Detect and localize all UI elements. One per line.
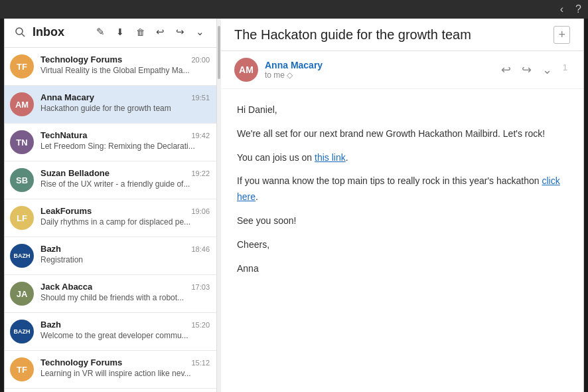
svg-line-1 — [22, 34, 25, 37]
email-subject: Rise of the UX writer - a friendly guide… — [40, 179, 210, 189]
email-top-row: Suzan Belladone19:22 — [40, 168, 210, 178]
more-action-button[interactable]: ⌄ — [540, 61, 555, 78]
email-list-item[interactable]: TFTechnology Forums20:00Virtual Reality … — [5, 48, 216, 86]
email-time: 19:22 — [191, 169, 210, 177]
sender-avatar: AM — [234, 58, 258, 82]
email-content: LeakForums19:06Daily rhythms in a camp f… — [40, 206, 210, 227]
email-sender: Anna Macary — [40, 92, 94, 102]
reply-action-button[interactable]: ↩ — [498, 61, 514, 78]
avatar: TF — [10, 54, 34, 78]
avatar: SB — [10, 168, 34, 192]
see-you-soon: See you soon! — [237, 213, 567, 229]
avatar: LF — [10, 206, 34, 230]
body-line-2: You can jois us on this link. — [237, 150, 567, 166]
email-subject: Daily rhythms in a camp for displaced pe… — [40, 217, 210, 227]
forward-button[interactable]: ↪ — [171, 23, 188, 41]
email-list-item[interactable]: AMAnna Macary19:51Hackathon guide for th… — [5, 86, 216, 124]
search-icon[interactable] — [13, 25, 27, 39]
email-list-item[interactable]: SBSuzan Belladone19:22Rise of the UX wri… — [5, 161, 216, 199]
signature: Anna — [237, 261, 567, 277]
this-link[interactable]: this link — [315, 152, 346, 163]
email-time: 19:06 — [191, 207, 210, 215]
email-top-row: TechNatura19:42 — [40, 130, 210, 140]
avatar: JA — [10, 282, 34, 306]
email-subject: Welcome to the great developer commu... — [40, 331, 210, 340]
email-sender: TechNatura — [40, 130, 88, 140]
email-content: Jack Abacca17:03Should my child be frien… — [40, 282, 210, 302]
email-content: Technology Forums20:00Virtual Reality is… — [40, 54, 210, 75]
download-button[interactable]: ⬇ — [111, 23, 129, 41]
email-list-item[interactable]: LFLeakForums19:06Daily rhythms in a camp… — [5, 199, 216, 237]
email-content: Bazh15:20Welcome to the great developer … — [40, 320, 210, 340]
email-content: TechNatura19:42Let Freedom Sing: Remixin… — [40, 130, 210, 151]
email-list-item[interactable]: TNTechNatura19:42Let Freedom Sing: Remix… — [5, 124, 216, 161]
email-time: 17:03 — [191, 283, 210, 291]
email-body: Hi Daniel, We're all set for our next br… — [221, 89, 583, 392]
nav-help-button[interactable]: ? — [575, 3, 581, 15]
more-button[interactable]: ⌄ — [191, 23, 208, 41]
email-top-row: Technology Forums20:00 — [40, 54, 210, 64]
nav-back-button[interactable]: ‹ — [560, 3, 563, 15]
toolbar-icons: ✎ ⬇ 🗑 ↩ ↪ ⌄ — [92, 23, 208, 41]
inbox-title: Inbox — [33, 25, 86, 39]
body-line-1: We're all set for our next brand new Gro… — [237, 126, 567, 142]
email-view-title: The Hackaton guide for the growth team — [234, 27, 547, 43]
email-top-row: Anna Macary19:51 — [40, 92, 210, 102]
reply-button[interactable]: ↩ — [151, 23, 169, 41]
email-content: Suzan Belladone19:22Rise of the UX write… — [40, 168, 210, 189]
email-subject: Let Freedom Sing: Remixing the Declarati… — [40, 142, 210, 151]
sender-info: Anna Macary to me ◇ — [265, 60, 492, 80]
left-panel: Inbox ✎ ⬇ 🗑 ↩ ↪ ⌄ TFTechnology Forums20:… — [5, 17, 217, 392]
email-sender: Technology Forums — [40, 54, 122, 64]
email-list-item[interactable]: JAJack Abacca17:03Should my child be fri… — [5, 275, 216, 313]
email-sender: Suzan Belladone — [40, 168, 110, 178]
email-top-row: Technology Forums15:12 — [40, 357, 210, 367]
delete-button[interactable]: 🗑 — [131, 23, 149, 41]
email-sender: Bazh — [40, 244, 61, 254]
email-time: 19:42 — [191, 132, 210, 140]
greeting: Hi Daniel, — [237, 102, 567, 118]
email-sender: LeakForums — [40, 206, 92, 216]
email-content: Bazh18:46Registration — [40, 244, 210, 264]
email-subject: Learning in VR will inspire action like … — [40, 369, 210, 378]
email-sender: Technology Forums — [40, 357, 122, 367]
email-subject: Should my child be friends with a robot.… — [40, 293, 210, 302]
sender-to: to me ◇ — [265, 70, 492, 80]
click-here-link[interactable]: click here — [237, 175, 560, 202]
avatar: TN — [10, 130, 34, 154]
email-subject: Virtual Reality is the Global Empathy Ma… — [40, 66, 210, 75]
avatar: AM — [10, 92, 34, 116]
email-subject: Hackathon guide for the growth team — [40, 104, 210, 113]
email-meta-bar: AM Anna Macary to me ◇ ↩ ↪ ⌄ 1 — [221, 51, 583, 89]
inbox-header: Inbox ✎ ⬇ 🗑 ↩ ↪ ⌄ — [5, 17, 216, 48]
email-list-item[interactable]: TFTechnology Forums15:12Learning in VR w… — [5, 351, 216, 389]
email-top-row: Bazh18:46 — [40, 244, 210, 254]
sender-name: Anna Macary — [265, 60, 492, 70]
email-content: Technology Forums15:12Learning in VR wil… — [40, 357, 210, 378]
email-list-item[interactable]: BAZHBazh15:20Welcome to the great develo… — [5, 313, 216, 351]
email-time: 20:00 — [191, 56, 210, 64]
actions-extra-button[interactable]: 1 — [560, 61, 570, 78]
right-panel: The Hackaton guide for the growth team +… — [221, 17, 583, 392]
email-actions: ↩ ↪ ⌄ 1 — [498, 61, 570, 78]
email-content: Anna Macary19:51Hackathon guide for the … — [40, 92, 210, 113]
body-line-3: If you wanna know the top main tips to r… — [237, 173, 567, 205]
avatar: BAZH — [10, 320, 34, 343]
avatar: TF — [10, 357, 34, 381]
compose-button[interactable]: ✎ — [92, 23, 109, 41]
email-top-row: LeakForums19:06 — [40, 206, 210, 216]
email-list-item[interactable]: BAZHBazh18:46Registration — [5, 237, 216, 275]
email-time: 15:20 — [191, 321, 210, 329]
svg-point-0 — [16, 28, 23, 35]
add-tab-button[interactable]: + — [553, 26, 570, 44]
email-time: 15:12 — [191, 359, 210, 367]
email-top-row: Jack Abacca17:03 — [40, 282, 210, 292]
forward-action-button[interactable]: ↪ — [519, 61, 534, 78]
email-subject: Registration — [40, 255, 210, 264]
email-view-header: The Hackaton guide for the growth team + — [221, 17, 583, 51]
email-time: 18:46 — [191, 245, 210, 253]
email-sender: Bazh — [40, 320, 61, 330]
email-list-item[interactable]: AMAnna Macary14:18How Should We Tax Self… — [5, 389, 216, 392]
avatar: BAZH — [10, 244, 34, 268]
email-time: 19:51 — [191, 94, 210, 102]
